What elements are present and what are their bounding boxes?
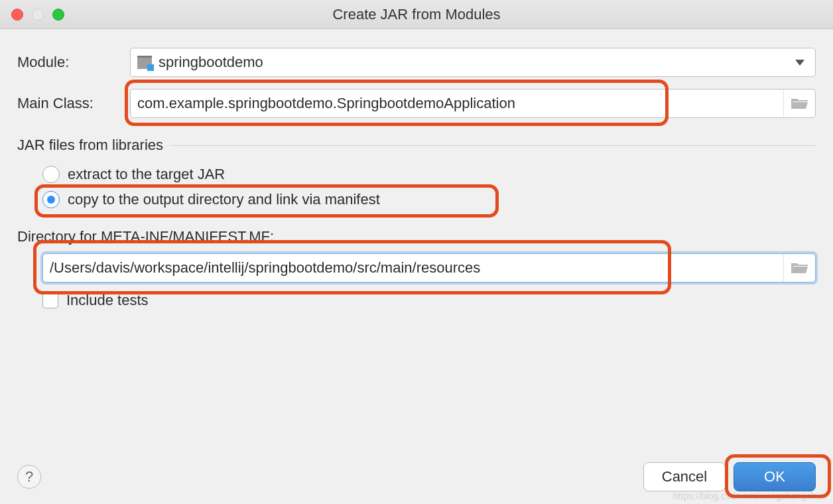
module-value: springbootdemo [159,54,263,71]
folder-open-icon [791,261,808,275]
radio-extract-label: extract to the target JAR [68,166,225,183]
radio-extract[interactable] [42,166,60,183]
cancel-button[interactable]: Cancel [643,462,726,491]
main-class-label: Main Class: [17,95,130,112]
minimize-window-button[interactable] [32,9,44,21]
include-tests-checkbox[interactable] [42,292,58,308]
folder-open-icon [791,97,808,110]
libraries-section-header: JAR files from libraries [17,137,816,154]
module-row: Module: springbootdemo [17,48,816,77]
browse-main-class-button[interactable] [783,90,815,117]
libraries-section-label: JAR files from libraries [17,137,163,154]
ok-button[interactable]: OK [734,462,816,491]
help-button[interactable]: ? [17,465,41,489]
window-controls [11,9,64,21]
dialog-title: Create JAR from Modules [0,6,833,23]
radio-copy-row[interactable]: copy to the output directory and link vi… [42,191,816,208]
module-dropdown[interactable]: springbootdemo [130,48,816,77]
section-divider [171,145,816,146]
dialog-content: Module: springbootdemo Main Class: [0,29,833,309]
titlebar: Create JAR from Modules [0,0,833,29]
module-icon [137,56,152,69]
close-window-button[interactable] [11,9,23,21]
radio-copy[interactable] [42,191,60,208]
manifest-dir-input[interactable] [42,253,816,283]
main-class-input[interactable] [130,89,816,118]
dialog-footer: ? Cancel OK [0,450,833,504]
main-class-row: Main Class: [17,89,816,118]
module-label: Module: [17,54,130,71]
maximize-window-button[interactable] [52,9,64,21]
chevron-down-icon [794,56,806,68]
libraries-radio-group: extract to the target JAR copy to the ou… [17,166,816,208]
svg-marker-0 [795,60,804,66]
include-tests-row: Include tests [42,292,816,309]
include-tests-label: Include tests [66,292,149,309]
manifest-dir-label: Directory for META-INF/MANIFEST.MF: [17,228,816,245]
browse-manifest-dir-button[interactable] [783,254,815,282]
radio-extract-row[interactable]: extract to the target JAR [42,166,816,183]
manifest-dir-field-wrap [17,253,816,283]
radio-copy-label: copy to the output directory and link vi… [68,191,380,208]
